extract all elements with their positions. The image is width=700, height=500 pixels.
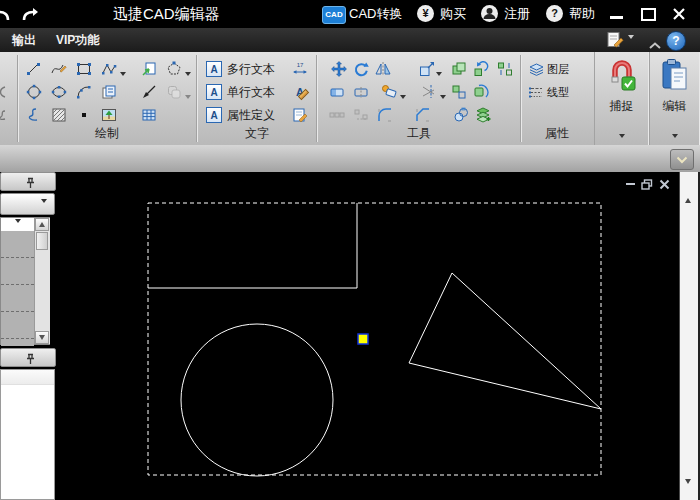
image-button[interactable] [100,106,118,124]
fillet-icon [377,107,393,123]
spline-button[interactable] [50,60,68,78]
polygon-button[interactable] [165,60,183,78]
multiline-text-button[interactable]: 多行文本 [227,60,275,78]
linetype-button[interactable]: 线型 [547,83,569,101]
copy-button[interactable] [450,60,468,78]
scroll-thumb[interactable] [36,232,48,250]
drawing-canvas[interactable] [57,172,679,500]
help-button[interactable]: 帮助 [569,0,595,28]
align-button[interactable] [496,60,514,78]
offset-button[interactable] [472,83,490,101]
ellipse-icon [51,84,67,100]
drawing-svg[interactable] [57,172,679,500]
quick-edit-button[interactable] [606,31,625,52]
edit-button[interactable] [661,58,689,98]
revision-cloud-button[interactable] [25,106,43,124]
scroll-up-button[interactable] [35,218,49,231]
mirror-button[interactable] [374,60,392,78]
buy-button[interactable]: 购买 [440,0,466,28]
scale-icon [419,61,435,77]
hatch-button[interactable] [50,106,68,124]
register-button[interactable]: 注册 [504,0,530,28]
scale-dropdown[interactable] [434,65,444,83]
edit-attribute-button[interactable] [292,107,308,123]
undo-button[interactable] [0,5,11,27]
leader-button[interactable] [140,83,158,101]
chamfer-icon [415,107,431,123]
clipped-tool-icon [0,107,10,123]
scroll-down-button[interactable] [685,484,691,500]
attribute-define-button[interactable]: 属性定义 [227,106,275,124]
close-button[interactable] [672,7,686,25]
polyline-entity[interactable] [148,203,357,288]
explode-button[interactable] [474,106,492,124]
multiline-text-icon: A [206,61,222,77]
erase-button[interactable] [380,83,398,101]
trim-button[interactable] [420,83,438,101]
linetype-row[interactable] [1,231,34,258]
rotate-button[interactable] [352,60,370,78]
singleline-text-button[interactable]: 单行文本 [227,83,275,101]
fillet-button[interactable] [376,106,394,124]
rotate-copy-button[interactable] [472,60,490,78]
line-button[interactable] [25,60,43,78]
path-array-button [352,106,370,124]
arc-button[interactable] [75,83,93,101]
ribbon-group-draw: 绘制 [18,52,196,145]
leader-icon [141,84,157,100]
dimension-button[interactable]: 17 [292,61,308,77]
block-button[interactable] [100,83,118,101]
trim-dropdown[interactable] [438,88,448,106]
group-button[interactable] [452,106,470,124]
polyline-button[interactable] [100,60,118,78]
array-copy-button[interactable] [450,83,468,101]
erase-dropdown[interactable] [398,88,408,106]
move-button[interactable] [330,60,348,78]
pin-icon [25,177,36,190]
redo-button[interactable] [21,5,39,27]
group-divider [520,55,521,142]
grip-point[interactable] [358,334,368,344]
stretch-button[interactable] [328,83,346,101]
point-button[interactable] [75,106,93,124]
snap-button[interactable] [608,58,636,98]
linetype-row[interactable] [1,258,34,285]
minimize-button[interactable] [610,16,623,19]
circle-entity[interactable] [181,324,333,476]
title-bar: 迅捷CAD编辑器 CAD CAD转换 ¥ 购买 注册 ? 帮助 [0,0,700,28]
edit-dropdown[interactable] [672,134,678,138]
menu-item-output[interactable]: 输出 [12,28,36,52]
selection-marquee[interactable] [148,203,601,475]
ellipse-button[interactable] [50,83,68,101]
list-scrollbar[interactable] [34,218,50,344]
chevron-up-icon [649,42,661,50]
linetype-row[interactable] [1,312,34,339]
pin-button[interactable] [25,176,36,194]
menu-item-vip[interactable]: VIP功能 [56,28,99,52]
layers-button[interactable]: 图层 [547,60,569,78]
lengthen-button[interactable] [352,83,370,101]
expand-panel-button[interactable] [670,149,694,170]
scroll-up-button[interactable] [685,181,691,199]
table-button[interactable] [140,106,158,124]
snap-dropdown[interactable] [619,134,625,138]
pin-button[interactable] [25,352,36,370]
canvas-vscrollbar[interactable] [679,172,698,500]
polyline-dropdown[interactable] [118,65,128,83]
rectangle-button[interactable] [75,60,93,78]
scroll-down-button[interactable] [35,331,49,344]
chamfer-button[interactable] [414,106,432,124]
triangle-down-icon [39,335,45,340]
magnet-icon [608,58,636,94]
panel-combo[interactable] [0,193,55,215]
insert-block-button[interactable] [140,60,158,78]
polygon-dropdown[interactable] [183,65,193,83]
maximize-button[interactable] [641,8,656,21]
circle-button[interactable] [25,83,43,101]
triangle-entity[interactable] [409,273,601,409]
pin-icon [25,353,36,366]
help-circle-button[interactable]: ? [666,31,686,51]
edit-text-button[interactable]: A [292,84,308,100]
linetype-row[interactable] [1,285,34,312]
cad-convert-button[interactable]: CAD转换 [349,0,402,28]
